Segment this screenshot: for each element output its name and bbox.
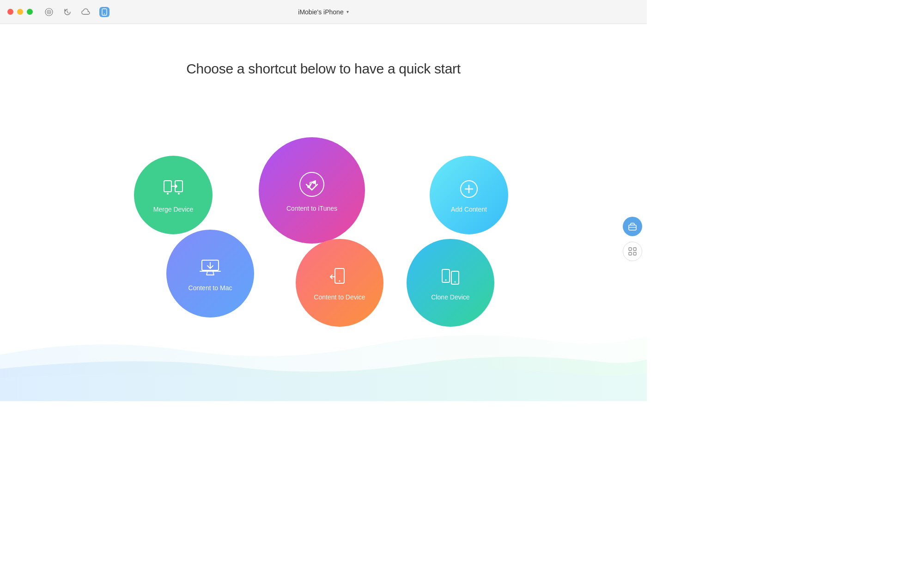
- cloud-icon[interactable]: [81, 7, 91, 17]
- content-to-device-label: Content to Device: [314, 293, 365, 301]
- traffic-lights: [7, 9, 33, 15]
- svg-rect-27: [633, 252, 636, 255]
- grid-button[interactable]: [623, 242, 642, 261]
- content-to-device-icon: [328, 265, 352, 289]
- svg-rect-26: [629, 252, 632, 255]
- svg-point-19: [445, 280, 447, 281]
- merge-device-label: Merge Device: [153, 206, 193, 213]
- svg-point-4: [104, 13, 105, 14]
- music-icon[interactable]: [44, 7, 54, 17]
- add-content-label: Add Content: [451, 206, 487, 213]
- svg-point-2: [49, 11, 50, 12]
- shortcuts-layout: Merge Device Content to iTunes: [116, 137, 531, 341]
- content-to-mac-label: Content to Mac: [188, 284, 232, 292]
- chevron-down-icon: ▾: [346, 9, 349, 14]
- clone-device-icon: [438, 265, 462, 289]
- content-to-device-button[interactable]: Content to Device: [296, 239, 383, 327]
- svg-rect-24: [629, 248, 632, 250]
- close-button[interactable]: [7, 9, 13, 15]
- history-icon[interactable]: [62, 7, 73, 17]
- content-to-itunes-icon: [296, 169, 328, 200]
- merge-device-button[interactable]: Merge Device: [134, 156, 213, 234]
- content-to-mac-icon: [198, 256, 222, 280]
- svg-point-9: [300, 172, 324, 196]
- add-content-icon: [457, 177, 481, 201]
- right-side-buttons: [623, 217, 647, 261]
- merge-device-icon: [161, 177, 185, 201]
- add-content-button[interactable]: Add Content: [430, 156, 508, 234]
- main-content: Choose a shortcut below to have a quick …: [0, 24, 647, 401]
- phone-icon[interactable]: [99, 7, 109, 17]
- svg-point-21: [455, 281, 456, 283]
- content-to-itunes-button[interactable]: Content to iTunes: [259, 137, 365, 244]
- titlebar: iMobie's iPhone ▾: [0, 0, 647, 24]
- svg-rect-25: [633, 248, 636, 250]
- shortcuts-container: Merge Device Content to iTunes: [0, 77, 647, 401]
- titlebar-icons: [44, 7, 109, 17]
- svg-rect-5: [164, 181, 171, 192]
- svg-point-8: [178, 193, 180, 195]
- maximize-button[interactable]: [27, 9, 33, 15]
- page-heading: Choose a shortcut below to have a quick …: [186, 61, 461, 77]
- content-to-mac-button[interactable]: Content to Mac: [166, 230, 254, 317]
- clone-device-label: Clone Device: [431, 293, 469, 301]
- svg-point-17: [339, 280, 340, 282]
- content-to-itunes-label: Content to iTunes: [286, 205, 337, 212]
- device-selector[interactable]: iMobie's iPhone ▾: [298, 8, 348, 16]
- svg-point-7: [167, 193, 169, 195]
- svg-point-10: [307, 185, 310, 188]
- device-name: iMobie's iPhone: [298, 8, 343, 16]
- minimize-button[interactable]: [17, 9, 23, 15]
- clone-device-button[interactable]: Clone Device: [407, 239, 494, 327]
- briefcase-button[interactable]: [623, 217, 642, 236]
